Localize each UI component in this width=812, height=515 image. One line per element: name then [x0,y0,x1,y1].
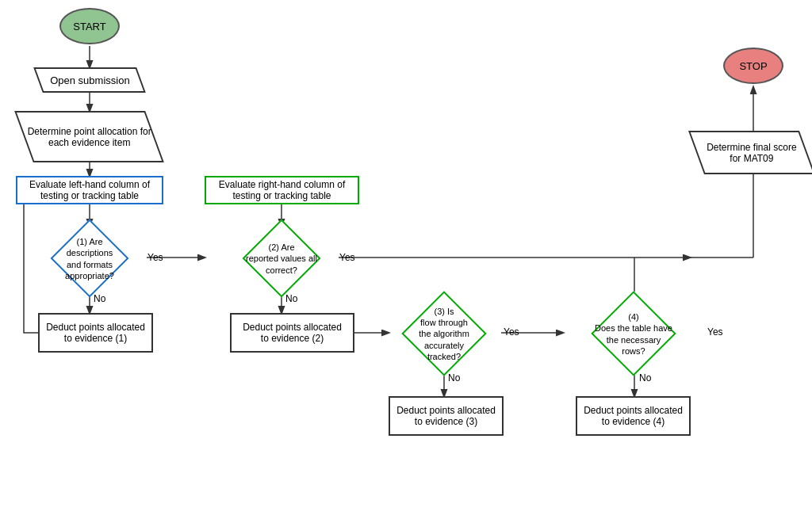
deduct2-node: Deduct points allocatedto evidence (2) [230,313,354,353]
final-score-label: Determine final scorefor MAT09 [707,142,796,164]
diamond2-node: (2) Arereported values allcorrect? [230,226,333,292]
diamond1-node: (1) Aredescriptionsand formatsappropriat… [38,226,141,292]
final-score-node: Determine final scorefor MAT09 [696,131,807,174]
eval-right-node: Evaluate right-hand column oftesting or … [205,176,359,204]
deduct2-label: Deduct points allocatedto evidence (2) [243,322,342,344]
start-node: START [59,8,120,44]
eval-left-node: Evaluate left-hand column oftesting or t… [16,176,163,204]
deduct4-node: Deduct points allocatedto evidence (4) [576,396,691,436]
eval-right-label: Evaluate right-hand column oftesting or … [219,179,345,201]
d4-yes-label: Yes [707,326,723,338]
open-submission-label: Open submission [50,74,129,86]
d3-yes-label: Yes [504,326,519,338]
determine-point-label: Determine point allocation for each evid… [25,126,153,148]
diamond4-node: (4)Does the table havethe necessaryrows? [563,297,704,371]
diamond3-node: (3) Isflow throughthe algorithmaccuratel… [389,297,500,371]
start-label: START [73,21,105,32]
open-submission-node: Open submission [38,67,141,93]
stop-node: STOP [723,48,783,84]
d2-yes-label: Yes [339,252,355,263]
deduct3-node: Deduct points allocatedto evidence (3) [389,396,504,436]
determine-point-node: Determine point allocation for each evid… [24,111,155,162]
deduct3-label: Deduct points allocatedto evidence (3) [396,405,496,427]
d2-no-label: No [285,293,297,304]
deduct1-label: Deduct points allocatedto evidence (1) [46,322,145,344]
deduct4-label: Deduct points allocatedto evidence (4) [584,405,683,427]
d4-no-label: No [639,372,651,383]
stop-label: STOP [739,60,767,72]
d1-no-label: No [94,293,105,304]
deduct1-node: Deduct points allocatedto evidence (1) [38,313,153,353]
d3-no-label: No [448,372,460,383]
eval-left-label: Evaluate left-hand column oftesting or t… [29,179,150,201]
d1-yes-label: Yes [147,252,163,263]
